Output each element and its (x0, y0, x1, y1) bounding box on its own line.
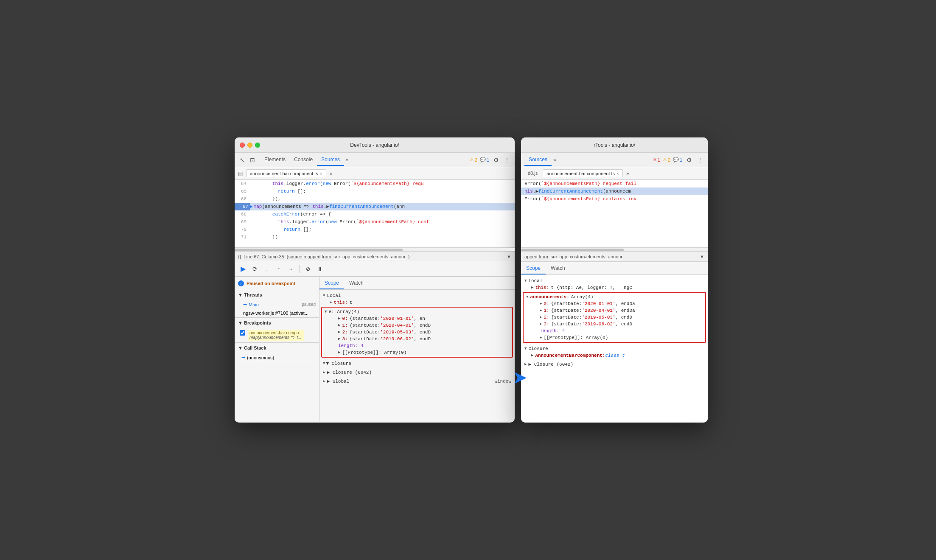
tab-elements[interactable]: Elements (260, 154, 290, 166)
right-devtools-window: rTools - angular.io/ Sources » ✕ 1 ⚠ 2 💬… (521, 137, 708, 423)
main-thread-item[interactable]: ➡ Main paused (235, 300, 319, 309)
ann-component-name: AnnouncementBarComponent: (535, 353, 605, 358)
scope-tab-right[interactable]: Scope (521, 263, 546, 274)
watch-tab[interactable]: Watch (344, 277, 369, 289)
status-bar-right: apped from src_app_custom-elements_annou… (521, 251, 708, 261)
blue-arrow-icon: ➤ (513, 369, 527, 386)
global-header[interactable]: ▶ ▶ Global Window (319, 378, 515, 385)
tab-bar-icons: ↖ ⊡ (238, 156, 257, 164)
worker-label: ngsw-worker.js #7100 (activat... (243, 311, 308, 316)
e-array-header[interactable]: ▼ e: Array(4) (323, 308, 511, 315)
call-stack-header[interactable]: ▼ Call Stack (235, 343, 319, 353)
tab-sources-right[interactable]: Sources (524, 154, 552, 166)
minimize-button[interactable] (247, 143, 252, 148)
scope-content: ▼ Local ▶ this: t ▼ e: Array(4) (319, 290, 515, 421)
paused-label: Paused on breakpoint (247, 281, 295, 286)
settings-icon[interactable]: ⚙ (492, 156, 500, 164)
warning-icon-right: ⚠ (663, 157, 667, 162)
title-bar-right: rTools - angular.io/ (521, 137, 708, 153)
e-item-2: ▶ 2: {startDate: '2019-05-03' , endD (323, 329, 511, 336)
e-length: length: 4 (323, 342, 511, 349)
threads-header[interactable]: ▼ Threads (235, 290, 319, 300)
status-expand-btn-right[interactable]: ▼ (700, 254, 704, 259)
main-thread-label: Main (249, 302, 259, 307)
local-header[interactable]: ▼ Local (319, 292, 515, 299)
format-button[interactable]: {} (238, 254, 241, 259)
file-tab-announcement-right[interactable]: announcement-bar.component.ts × (543, 169, 623, 177)
pause-btn[interactable]: ⏸ (315, 264, 325, 274)
closure-header-right[interactable]: ▼ Closure (521, 345, 708, 352)
breakpoints-btn[interactable]: ⊘ (303, 264, 313, 274)
code-scrollbar-right[interactable] (521, 248, 708, 251)
watch-tab-right[interactable]: Watch (546, 263, 570, 274)
scope-tab[interactable]: Scope (319, 277, 344, 289)
scrollbar-thumb-right[interactable] (521, 249, 624, 251)
source-mapped-link-right[interactable]: src_app_custom-elements_annour (551, 254, 622, 259)
tab-more-left[interactable]: » (344, 155, 350, 165)
chat-badge: 💬 1 (480, 157, 489, 162)
global-value: Window (494, 379, 511, 384)
file-tab-bar-right: d8.js announcement-bar.component.ts × » (521, 167, 708, 180)
e-array-box: ▼ e: Array(4) ▶ 0: {startDate: '2020-01-… (321, 307, 513, 358)
resume-btn[interactable]: ▶ (238, 264, 248, 274)
step-btn[interactable]: → (286, 264, 296, 274)
maximize-button[interactable] (255, 143, 260, 148)
tab-badges-right: ✕ 1 ⚠ 2 💬 1 ⚙ ⋮ (653, 156, 704, 164)
more-options-icon-right[interactable]: ⋮ (696, 156, 704, 164)
source-mapped-link[interactable]: src_app_custom-elements_annour (333, 254, 405, 259)
file-tab-announcement[interactable]: announcement-bar.component.ts × (246, 169, 326, 177)
file-tab-more-right[interactable]: » (625, 169, 631, 178)
announcements-header[interactable]: ▼ announcements: Array(4) (524, 294, 704, 300)
breakpoints-header[interactable]: ▼ Breakpoints (235, 318, 319, 328)
call-stack-section: ▼ Call Stack ➡ (anonymous) (235, 343, 319, 362)
code-line-64: 64 this.logger.error(new Error(`${announ… (235, 180, 515, 188)
step-over-btn[interactable]: ⟳ (250, 264, 260, 274)
blue-arrow-container: ➤ (513, 333, 527, 423)
scope-content-right: ▼ Local ▶ this: t {http: Ae, logger: T, … (521, 275, 708, 423)
breakpoints-section: ▼ Breakpoints announcement-bar.compo... … (235, 318, 319, 343)
ann-component-item: ▶ AnnouncementBarComponent: class t (521, 352, 708, 359)
bp-checkbox[interactable] (240, 330, 245, 336)
announcements-array-box: ▼ announcements: Array(4) ▶ 0: {startDat… (523, 292, 706, 343)
closure2-header[interactable]: ▶ ▶ Closure (6042) (319, 369, 515, 376)
close-button[interactable] (240, 143, 245, 148)
closure-group-right: ▼ Closure ▶ AnnouncementBarComponent: cl… (521, 344, 708, 360)
file-tab-name-right: announcement-bar.component.ts (546, 171, 615, 176)
title-bar-left: DevTools - angular.io/ (235, 137, 515, 153)
file-tab-d8js[interactable]: d8.js (524, 169, 541, 178)
closure2-header-right[interactable]: ▶ ▶ Closure (6042) (521, 361, 708, 368)
more-options-icon[interactable]: ⋮ (503, 156, 511, 164)
source-mapped-text: (source mapped from (287, 254, 331, 259)
file-tab-bar-left: ▤ announcement-bar.component.ts × » (235, 167, 515, 180)
bp-item[interactable]: announcement-bar.compo... map(announceme… (235, 328, 319, 342)
worker-thread-item[interactable]: ngsw-worker.js #7100 (activat... (235, 309, 319, 317)
file-tab-close-right[interactable]: × (617, 171, 619, 176)
paused-notice: i Paused on breakpoint (235, 277, 319, 290)
cursor-icon[interactable]: ↖ (238, 156, 247, 164)
call-item-anonymous[interactable]: ➡ (anonymous) (235, 353, 319, 362)
ann-length: length: 4 (524, 328, 704, 334)
code-line-70: 70 return []; (235, 226, 515, 233)
layers-icon[interactable]: ⊡ (248, 156, 257, 164)
step-into-btn[interactable]: ↓ (262, 264, 272, 274)
settings-icon-right[interactable]: ⚙ (685, 156, 693, 164)
local-header-right[interactable]: ▼ Local (521, 277, 708, 284)
code-view-left: 64 this.logger.error(new Error(`${announ… (235, 180, 515, 248)
scrollbar-thumb[interactable] (235, 249, 403, 251)
tab-sources[interactable]: Sources (317, 154, 344, 166)
step-out-btn[interactable]: ↑ (274, 264, 284, 274)
status-expand-btn[interactable]: ▼ (507, 254, 511, 259)
call-item-label: (anonymous) (247, 355, 274, 360)
file-tab-close[interactable]: × (320, 171, 322, 176)
local-arrow: ▼ (323, 294, 325, 298)
status-bar-left: {} Line 67, Column 35 (source mapped fro… (235, 251, 515, 261)
code-scrollbar-left[interactable] (235, 248, 515, 251)
lower-area-left: i Paused on breakpoint ▼ Threads ➡ Main … (235, 277, 515, 421)
closure-header[interactable]: ▼ ▼ Closure (319, 360, 515, 367)
panel-toggle-icon[interactable]: ▤ (238, 171, 243, 176)
tab-more-right[interactable]: » (552, 155, 558, 165)
file-tab-more[interactable]: » (328, 169, 334, 178)
tab-console[interactable]: Console (290, 154, 317, 166)
debug-toolbar: ▶ ⟳ ↓ ↑ → ⊘ ⏸ (235, 261, 515, 277)
status-label-right: apped from (524, 254, 548, 259)
